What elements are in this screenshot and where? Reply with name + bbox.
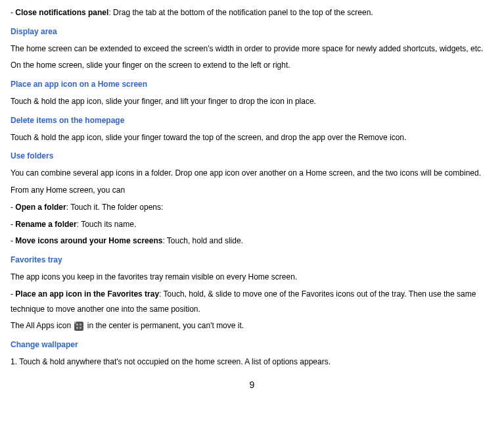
body-text: You can combine several app icons in a f… xyxy=(11,166,493,181)
body-text: From any Home screen, you can xyxy=(11,183,493,198)
section-heading: Delete items on the homepage xyxy=(11,113,493,128)
section-heading: Use folders xyxy=(11,149,493,164)
section-heading: Place an app icon on a Home screen xyxy=(11,77,493,92)
list-item-term: Open a folder xyxy=(15,203,66,212)
section-heading: Change wallpaper xyxy=(11,337,493,353)
list-item-term: Place an app icon in the Favorites tray xyxy=(15,289,159,299)
all-apps-icon xyxy=(74,322,83,331)
body-text: The app icons you keep in the favorites … xyxy=(11,270,493,285)
list-item: - Place an app icon in the Favorites tra… xyxy=(11,287,493,317)
body-text: On the home screen, slide your finger on… xyxy=(11,58,493,73)
list-item: - Move icons around your Home screens: T… xyxy=(11,233,493,249)
body-text: The home screen can be extended to excee… xyxy=(11,41,493,57)
body-text: Touch & hold the app icon, slide your fi… xyxy=(11,94,493,109)
page-number: 9 xyxy=(11,376,493,394)
list-item: - Rename a folder: Touch its name. xyxy=(11,217,493,232)
list-item-term: Rename a folder xyxy=(15,220,76,229)
list-item-term: Move icons around your Home screens xyxy=(15,236,162,245)
section-heading: Display area xyxy=(11,24,493,39)
body-text: Touch & hold the app icon, slide your fi… xyxy=(11,130,493,145)
list-item: - Open a folder: Touch it. The folder op… xyxy=(11,200,493,215)
document-content: - Close notifications panel: Drag the ta… xyxy=(11,5,493,370)
body-text: 1. Touch & hold anywhere that's not occu… xyxy=(11,354,493,370)
body-text-with-icon: The All Apps icon in the center is perma… xyxy=(11,318,493,333)
list-item-term: Close notifications panel xyxy=(15,8,108,17)
section-heading: Favorites tray xyxy=(11,253,493,268)
list-item: - Close notifications panel: Drag the ta… xyxy=(11,5,493,20)
